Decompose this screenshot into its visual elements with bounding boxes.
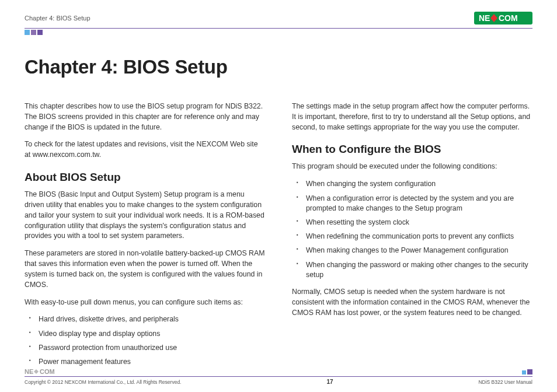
footer-page-number: 17 [326,379,333,385]
list-item: When resetting the system clock [300,218,532,228]
intro-para-1: This chapter describes how to use the BI… [25,102,265,132]
list-item: When changing the system configuration [300,179,532,189]
svg-text:NE: NE [479,13,490,23]
list-item: Hard drives, diskette drives, and periph… [33,314,265,324]
footer-doc-name: NDiS B322 User Manual [478,379,532,385]
closing-para: Normally, CMOS setup is needed when the … [292,287,532,318]
svg-marker-5 [34,369,39,374]
nexcom-logo-bottom: NE COM [25,368,532,375]
about-items-list: Hard drives, diskette drives, and periph… [25,314,265,367]
conditions-list: When changing the system configuration W… [292,179,532,280]
svg-text:COM: COM [499,13,518,23]
page-footer: NE COM Copyright © 2012 NEXCOM Internati… [25,368,532,385]
svg-text:NE: NE [25,368,33,375]
heading-about: About BIOS Setup [25,171,265,184]
list-item: Video display type and display options [33,329,265,339]
when-intro-para: This program should be executed under th… [292,162,532,172]
list-item: When redefining the communication ports … [300,232,532,242]
page-header: Chapter 4: BIOS Setup NE COM [25,10,532,26]
intro-para-2: To check for the latest updates and revi… [25,139,265,160]
header-divider [25,28,532,29]
left-column: This chapter describes how to use the BI… [25,102,265,374]
about-para-1: The BIOS (Basic Input and Output System)… [25,190,265,242]
about-para-2: These parameters are stored in non-volat… [25,249,265,290]
heading-when: When to Configure the BIOS [292,143,532,156]
svg-text:COM: COM [40,368,55,375]
list-item: Power management features [33,357,265,367]
list-item: Password protection from unauthorized us… [33,343,265,353]
footer-divider [25,376,532,377]
about-para-3: With easy-to-use pull down menus, you ca… [25,298,265,308]
right-column: The settings made in the setup program a… [292,102,532,374]
footer-color-squares [522,369,532,374]
list-item: When changing the password or making oth… [300,260,532,280]
list-item: When making changes to the Power Managem… [300,246,532,256]
page-title: Chapter 4: BIOS Setup [25,56,532,78]
right-intro-para: The settings made in the setup program a… [292,102,532,132]
nexcom-logo-top: NE COM [474,12,532,24]
list-item: When a configuration error is detected b… [300,194,532,214]
body-columns: This chapter describes how to use the BI… [25,102,532,374]
header-chapter-label: Chapter 4: BIOS Setup [25,15,90,22]
header-color-squares [25,30,532,35]
footer-copyright: Copyright © 2012 NEXCOM International Co… [25,379,181,385]
